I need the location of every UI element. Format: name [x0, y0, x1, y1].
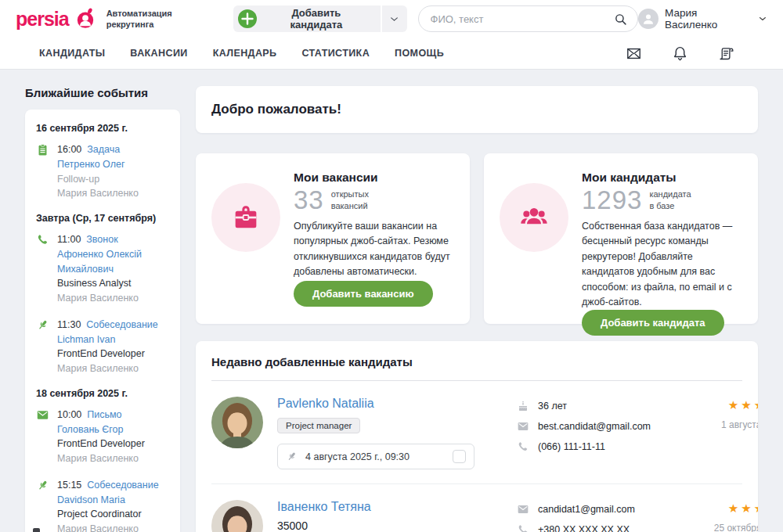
vacancies-count-label: открытых вакансий [331, 189, 369, 211]
summary-cards: Мои вакансии 33 открытых вакансий Опубли… [196, 153, 758, 324]
candidates-card-title: Мои кандидаты [582, 171, 742, 185]
rating-stars: ★★★★★ [689, 398, 758, 412]
added-date: 25 октября 2024 г. [689, 523, 758, 532]
candidate-name-link[interactable]: Іваненко Тетяна [277, 500, 512, 514]
event-date-header: 18 сентября 2025 г. [36, 388, 169, 399]
sidebar-title: Ближайшие события [25, 86, 180, 99]
nav-item-3[interactable]: СТАТИСТИКА [301, 48, 370, 59]
candidates-count-label: кандидата в базе [649, 189, 691, 211]
event-person-link[interactable]: Афоненко Олексій Михайлович [57, 247, 169, 277]
event-line: 15:15 Собеседование [57, 478, 159, 493]
search-input[interactable] [429, 13, 615, 26]
user-avatar [638, 9, 659, 29]
event-person-link[interactable]: Davidson Maria [57, 493, 159, 508]
nav-item-0[interactable]: КАНДИДАТЫ [39, 48, 105, 59]
brand-tagline: Автоматизация рекрутинга [106, 8, 172, 31]
contact-text: best.candidat@gmail.com [538, 421, 651, 432]
nav-item-1[interactable]: ВАКАНСИИ [130, 48, 187, 59]
nav-item-4[interactable]: ПОМОЩЬ [395, 48, 444, 59]
star-icon[interactable]: ★ [741, 398, 753, 412]
chevron-down-icon [389, 14, 399, 24]
candidates-stat: 1293 кандидата в базе [582, 187, 742, 213]
add-candidate-dropdown-toggle[interactable] [382, 5, 407, 32]
star-icon[interactable]: ★ [754, 501, 758, 515]
event-type-link[interactable]: Звонок [86, 234, 117, 245]
top-header: persia Автоматизация рекрутинга Добавить… [0, 0, 783, 38]
contact-line: best.candidat@gmail.com [517, 420, 689, 433]
mic-icon [286, 451, 298, 462]
event-item: 10:00 Письмо Головань Єгор FrontEnd Deve… [36, 408, 169, 466]
event-type-link[interactable]: Собеседование [86, 319, 157, 330]
event-item: 15:15 Собеседование Davidson Maria Proje… [36, 478, 169, 532]
mail-icon [36, 408, 49, 422]
contact-line: (066) 111-11-11 [517, 440, 689, 453]
event-time: 11:30 [57, 319, 84, 330]
event-body: 11:00 Звонок Афоненко Олексій Михайлович… [57, 232, 169, 306]
event-manager: Мария Василенко [57, 291, 169, 306]
candidate-meta: ★★★★★ 25 октября 2024 г. [689, 500, 758, 532]
candidate-avatar[interactable] [211, 397, 263, 448]
contact-text: 36 лет [538, 401, 567, 412]
task-icon [36, 143, 49, 156]
nav-item-2[interactable]: КАЛЕНДАРЬ [213, 48, 277, 59]
event-time: 10:00 [57, 409, 85, 420]
candidate-position-badge: Project manager [277, 418, 360, 433]
vacancies-card-content: Мои вакансии 33 открытых вакансий Опубли… [294, 171, 454, 307]
events-card: 16 сентября 2025 г. 16:00 Задача Петренк… [25, 110, 180, 532]
event-detail: FrontEnd Developer [57, 347, 158, 361]
event-manager: Мария Василенко [57, 451, 145, 466]
nav-icons [626, 45, 767, 62]
event-person-link[interactable]: Головань Єгор [57, 422, 145, 437]
star-icon[interactable]: ★ [728, 501, 741, 515]
event-detail: Follow-up [57, 172, 139, 187]
event-manager: Мария Василенко [57, 522, 159, 532]
event-body: 10:00 Письмо Головань Єгор FrontEnd Deve… [57, 408, 145, 466]
plus-icon [238, 9, 257, 28]
add-candidate-card-button[interactable]: Добавить кандидата [582, 310, 724, 336]
app-root: persia Автоматизация рекрутинга Добавить… [0, 0, 783, 532]
interview-slot[interactable]: 4 августа 2025 г., 09:30 [277, 444, 474, 469]
candidates-card-content: Мои кандидаты 1293 кандидата в базе Собс… [582, 171, 742, 307]
mic-icon [36, 318, 49, 332]
candidate-avatar[interactable] [211, 500, 263, 532]
event-type-link[interactable]: Задача [87, 144, 120, 155]
add-vacancy-button[interactable]: Добавить вакансию [294, 281, 433, 307]
brand-logo[interactable]: persia Автоматизация рекрутинга [16, 8, 213, 31]
interview-datetime: 4 августа 2025 г., 09:30 [305, 451, 410, 462]
candidate-main: Pavlenko Nataliia Project manager 4 авгу… [277, 397, 512, 469]
interview-checkbox[interactable] [453, 450, 466, 463]
briefcase-icon [211, 183, 280, 252]
phone-icon [517, 440, 529, 453]
event-detail: Project Coordinator [57, 507, 159, 522]
notifications-bell-icon[interactable] [672, 45, 688, 62]
event-detail: Business Analyst [57, 276, 169, 291]
recent-candidates-title: Недавно добавленные кандидаты [211, 355, 742, 368]
contact-text: (066) 111-11-11 [538, 441, 605, 452]
contact-text: candidat1@gmail.com [538, 504, 635, 515]
event-item: 11:00 Звонок Афоненко Олексій Михайлович… [36, 232, 169, 306]
add-candidate-split-button: Добавить кандидата [233, 5, 407, 32]
event-date-header: 16 сентября 2025 г. [36, 123, 169, 134]
activity-log-scroll-icon[interactable] [718, 45, 734, 62]
star-icon[interactable]: ★ [741, 501, 753, 515]
contact-text: +380 XX XXX XX XX [538, 524, 630, 532]
contact-line: 36 лет [517, 400, 689, 412]
hidden-section-icon [33, 528, 40, 532]
recent-candidates-card: Недавно добавленные кандидаты Pavlenko N… [196, 341, 758, 532]
candidate-name-link[interactable]: Pavlenko Nataliia [277, 397, 512, 411]
search-icon[interactable] [614, 13, 627, 26]
messages-envelope-icon[interactable] [626, 45, 642, 62]
event-person-link[interactable]: Петренко Олег [57, 157, 139, 172]
candidates-card: Мои кандидаты 1293 кандидата в базе Собс… [484, 153, 758, 324]
user-menu[interactable]: Мария Василенко [638, 7, 767, 31]
event-type-link[interactable]: Письмо [87, 409, 121, 420]
phone-icon [36, 233, 49, 246]
event-person-link[interactable]: Lichman Ivan [57, 332, 158, 347]
add-candidate-button[interactable]: Добавить кандидата [233, 5, 381, 32]
candidate-main: Іваненко Тетяна 35000 17 марта 2025 г., … [277, 500, 512, 532]
star-icon[interactable]: ★ [728, 398, 741, 412]
vacancies-description: Опубликуйте ваши вакансии на популярных … [294, 219, 454, 280]
event-type-link[interactable]: Собеседование [87, 480, 158, 491]
star-icon[interactable]: ★ [754, 398, 758, 412]
persia-logo-icon [74, 6, 97, 30]
